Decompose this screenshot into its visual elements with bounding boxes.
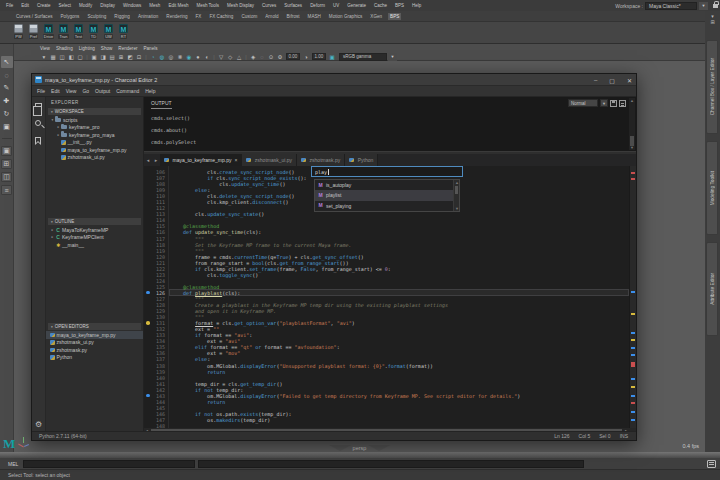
menu-select[interactable]: Select (59, 3, 72, 8)
view-transform-dropdown[interactable]: sRGB gamma (339, 53, 387, 61)
menu-generate[interactable]: Generate (347, 3, 366, 8)
output-scrollbar[interactable]: ▲▼ (629, 98, 635, 150)
tab-scroll-right-icon[interactable]: ▸ (152, 154, 160, 166)
tool-1[interactable]: ◌ (1, 69, 13, 81)
viewport-toolbar-icon-19[interactable]: ◐ (203, 53, 211, 61)
shelf-tab-bps[interactable]: BPS (388, 13, 401, 20)
viewport-toolbar-icon-23[interactable]: △ (235, 53, 243, 61)
viewport-toolbar-icon-6[interactable]: ▣ (90, 53, 98, 61)
menu-cache[interactable]: Cache (374, 3, 387, 8)
shelf-tab-fx-caching[interactable]: FX Caching (207, 13, 235, 20)
workspace-section-header[interactable]: ▾WORKSPACE (48, 108, 141, 115)
viewport-toolbar-icon-2[interactable]: ◫ (58, 53, 66, 61)
shelf-tab-bifrost[interactable]: Bifrost (285, 13, 302, 20)
open-editor-item[interactable]: zshotmask.py (46, 346, 143, 354)
output-save-icon[interactable] (610, 100, 617, 107)
editor-menu-file[interactable]: File (37, 88, 45, 94)
lock-icon[interactable] (713, 4, 718, 8)
shelf-tab-animation[interactable]: Animation (136, 13, 160, 20)
editor-menu-view[interactable]: View (66, 88, 77, 94)
outline-item[interactable]: ✱__main__ (46, 241, 143, 249)
viewport-toolbar-icon-11[interactable]: ⊡ (135, 53, 143, 61)
viewport-toolbar-icon-26[interactable]: ◌ (258, 53, 266, 61)
editor-tab-python[interactable]: Python (345, 154, 378, 166)
viewport-toolbar-icon-7[interactable]: ◨ (99, 53, 107, 61)
open-editor-item[interactable]: zshotmask_ui.py (46, 339, 143, 347)
editor-menu-go[interactable]: Go (82, 88, 89, 94)
panel-menu-view[interactable]: View (40, 46, 50, 51)
autocomplete-scrollbar[interactable]: ▲▼ (453, 180, 459, 211)
script-editor-icon[interactable] (707, 460, 716, 468)
panel-menu-show[interactable]: Show (101, 46, 113, 51)
exposure-field[interactable]: 0.00 (286, 53, 300, 60)
workspace-dropdown-arrow[interactable]: ▼ (699, 2, 708, 10)
viewport-toolbar-icon-8[interactable]: ▤ (108, 53, 116, 61)
shelf-tab-xgen[interactable]: XGen (368, 13, 384, 20)
shelf-tab-mash[interactable]: MASH (306, 13, 323, 20)
layout-button-0[interactable]: ▣ (1, 146, 12, 156)
shelf-tab-arnold[interactable]: Arnold (263, 13, 280, 20)
menu-windows[interactable]: Windows (123, 3, 141, 8)
right-tab-modeling-toolkit[interactable]: Modeling Toolkit (706, 141, 718, 235)
menu-modify[interactable]: Modify (79, 3, 92, 8)
output-clear-icon[interactable] (619, 100, 626, 107)
shelf-tab-custom[interactable]: Custom (239, 13, 259, 20)
panel-menu-renderer[interactable]: Renderer (118, 46, 137, 51)
tool-4[interactable]: ↻ (1, 108, 13, 120)
viewport-toolbar-icon-18[interactable]: ● (194, 53, 202, 61)
menu-edit[interactable]: Edit (21, 3, 29, 8)
workspace-dropdown[interactable]: Maya Classic* (645, 2, 697, 10)
output-title[interactable]: OUTPUT (151, 100, 172, 109)
viewport-toolbar-icon-9[interactable]: ⊞ (117, 53, 125, 61)
tab-scroll-left-icon[interactable]: ◂ (144, 154, 152, 166)
open-editor-item[interactable]: maya_to_keyframe_mp.py (46, 331, 143, 339)
tree-item[interactable]: ▸keyframe_pro (46, 124, 143, 132)
color-mgmt-icon[interactable]: ▣ (328, 53, 336, 61)
tool-3[interactable]: ✚ (1, 95, 13, 107)
autocomplete-item[interactable]: Mis_autoplay (315, 180, 459, 190)
outline-section-header[interactable]: ▾OUTLINE (48, 218, 141, 225)
minimize-button[interactable]: – (594, 77, 597, 83)
shelf-tab-rigging[interactable]: Rigging (112, 13, 132, 20)
panel-menu-shading[interactable]: Shading (56, 46, 73, 51)
tool-2[interactable]: ✎ (1, 82, 13, 94)
output-mode-dropdown[interactable]: Normal (568, 99, 598, 107)
bookmark-icon[interactable] (35, 137, 41, 145)
menu-deform[interactable]: Deform (310, 3, 325, 8)
outline-item[interactable]: ▸CKeyframeMPClient (46, 234, 143, 242)
viewport-toolbar-icon-17[interactable]: ◉ (185, 53, 193, 61)
settings-gear-icon[interactable]: ⚙ (35, 421, 42, 429)
viewport-toolbar-icon-25[interactable]: ◈ (249, 53, 257, 61)
window-title-bar[interactable]: maya_to_keyframe_mp.py - Charcoal Editor… (32, 74, 636, 86)
editor-menu-edit[interactable]: Edit (51, 88, 60, 94)
shelf-button-rt[interactable]: MRT (117, 24, 130, 39)
shelf-tab-rendering[interactable]: Rendering (164, 13, 189, 20)
tree-item[interactable]: __init__.py (46, 139, 143, 147)
panel-menu-panels[interactable]: Panels (143, 46, 157, 51)
viewport-toolbar-icon-22[interactable]: ◇ (226, 53, 234, 61)
autocomplete-input[interactable]: play (311, 166, 463, 177)
mel-input[interactable] (23, 460, 195, 468)
shelf-button-test[interactable]: MTest (72, 24, 85, 39)
menu-display[interactable]: Display (100, 3, 115, 8)
output-mode-arrow[interactable]: ▼ (600, 99, 608, 107)
right-tab-attribute-editor[interactable]: Attribute Editor (706, 242, 718, 336)
search-icon[interactable] (35, 120, 41, 126)
layout-button-1[interactable]: ⊞ (1, 159, 12, 169)
shelf-tab-polygons[interactable]: Polygons (59, 13, 82, 20)
viewport-toolbar-icon-13[interactable]: ◔ (149, 53, 157, 61)
gamma-field[interactable]: 1.00 (312, 53, 326, 60)
menu-mesh-display[interactable]: Mesh Display (227, 3, 254, 8)
shelf-tab-sculpting[interactable]: Sculpting (85, 13, 108, 20)
tree-item[interactable]: ▾scripts (46, 116, 143, 124)
menu-mesh[interactable]: Mesh (149, 3, 160, 8)
maximize-button[interactable]: ▢ (609, 77, 615, 84)
menu-create[interactable]: Create (37, 3, 51, 8)
shelf-tab-fx[interactable]: FX (194, 13, 204, 20)
shelf-button-drive[interactable]: MDrive (42, 24, 55, 39)
viewport-toolbar-icon-4[interactable]: ▢ (76, 53, 84, 61)
shelf-button-pw[interactable]: PW (12, 24, 25, 39)
gamma-icon[interactable]: ◑ (302, 53, 310, 61)
outline-item[interactable]: ▸CMayaToKeyframeMP (46, 226, 143, 234)
menu-help[interactable]: Help (412, 3, 421, 8)
